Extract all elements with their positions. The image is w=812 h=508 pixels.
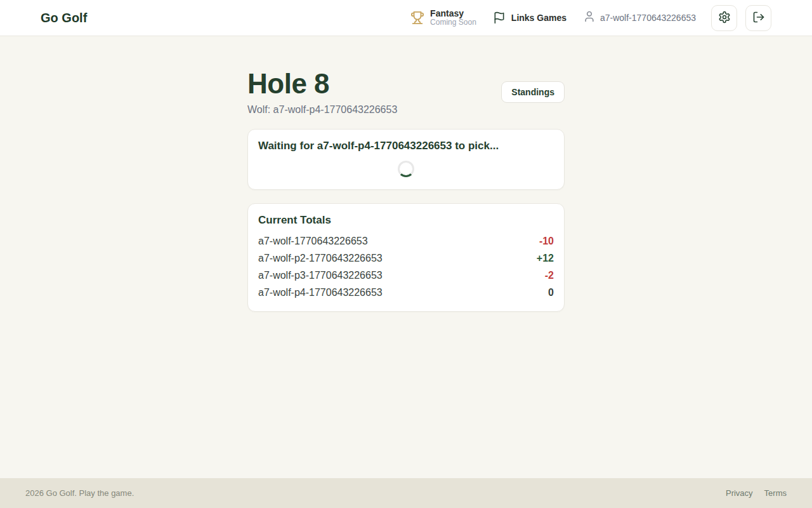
fantasy-sublabel: Coming Soon	[430, 18, 476, 27]
wolf-subtitle: Wolf: a7-wolf-p4-1770643226653	[247, 104, 397, 116]
nav-links: Fantasy Coming Soon Links Games a7-wolf-…	[410, 5, 771, 31]
current-totals-card: Current Totals a7-wolf-1770643226653 -10…	[247, 203, 565, 312]
app-logo[interactable]: Go Golf	[41, 11, 87, 25]
settings-button[interactable]	[711, 5, 737, 31]
footer-links: Privacy Terms	[726, 488, 787, 498]
logout-icon	[752, 11, 765, 25]
player-score: -10	[539, 236, 554, 247]
waiting-card: Waiting for a7-wolf-p4-1770643226653 to …	[247, 129, 565, 190]
terms-link[interactable]: Terms	[764, 488, 787, 498]
links-games-label: Links Games	[511, 13, 566, 23]
loading-spinner	[398, 161, 414, 177]
user-icon	[583, 10, 596, 25]
player-name: a7-wolf-1770643226653	[258, 236, 368, 247]
gear-icon	[718, 11, 731, 25]
totals-row: a7-wolf-p3-1770643226653 -2	[258, 267, 554, 284]
flag-icon	[493, 11, 506, 24]
footer: 2026 Go Golf. Play the game. Privacy Ter…	[0, 478, 812, 508]
copyright-text: 2026 Go Golf. Play the game.	[25, 488, 134, 498]
player-name: a7-wolf-p3-1770643226653	[258, 270, 383, 281]
title-block: Hole 8 Wolf: a7-wolf-p4-1770643226653	[247, 68, 397, 116]
totals-row: a7-wolf-p4-1770643226653 0	[258, 284, 554, 301]
totals-title: Current Totals	[258, 214, 554, 227]
player-name: a7-wolf-p4-1770643226653	[258, 287, 383, 298]
waiting-message: Waiting for a7-wolf-p4-1770643226653 to …	[258, 140, 554, 152]
fantasy-label: Fantasy	[430, 8, 476, 18]
player-name: a7-wolf-p2-1770643226653	[258, 253, 383, 264]
standings-button[interactable]: Standings	[501, 81, 565, 103]
header-buttons	[711, 5, 771, 31]
top-nav: Go Golf Fantasy Coming Soon	[0, 0, 812, 36]
nav-item-fantasy[interactable]: Fantasy Coming Soon	[410, 8, 476, 27]
main-content: Hole 8 Wolf: a7-wolf-p4-1770643226653 St…	[0, 36, 812, 478]
fantasy-text: Fantasy Coming Soon	[430, 8, 476, 27]
title-row: Hole 8 Wolf: a7-wolf-p4-1770643226653 St…	[247, 68, 565, 116]
privacy-link[interactable]: Privacy	[726, 488, 753, 498]
trophy-icon	[410, 11, 424, 25]
player-score: +12	[537, 253, 554, 264]
player-score: -2	[545, 270, 554, 281]
username: a7-wolf-1770643226653	[600, 13, 696, 23]
player-score: 0	[548, 287, 554, 298]
logout-button[interactable]	[745, 5, 771, 31]
user-chip: a7-wolf-1770643226653	[583, 10, 696, 25]
page-title: Hole 8	[247, 68, 397, 100]
nav-item-links-games[interactable]: Links Games	[493, 11, 566, 24]
totals-row: a7-wolf-1770643226653 -10	[258, 232, 554, 250]
totals-row: a7-wolf-p2-1770643226653 +12	[258, 250, 554, 267]
